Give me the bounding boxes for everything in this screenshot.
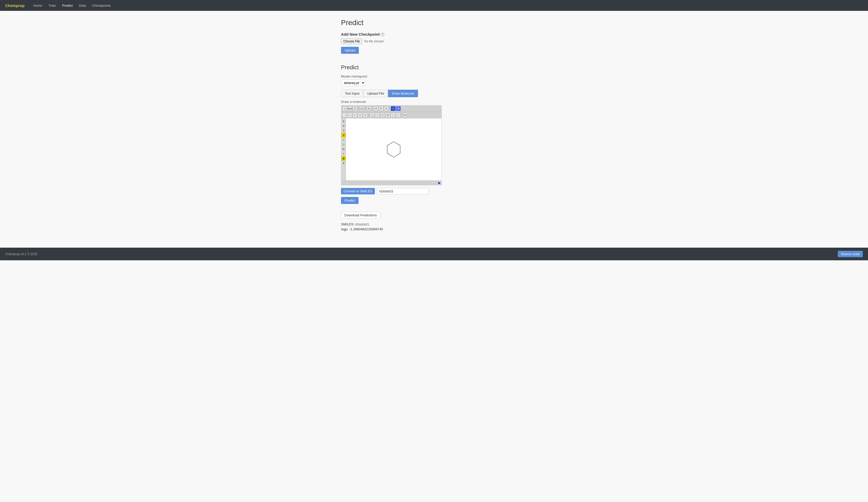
atom-cl[interactable]: Cl — [341, 142, 346, 147]
tb-undo[interactable]: ↺ — [373, 106, 378, 111]
upload-button[interactable]: Upload — [341, 47, 359, 54]
tb-r-group[interactable]: ▷R — [360, 106, 364, 111]
editor-toolbar-bottom: → — = ≡ ∿ △ □ ⬡ ◎ ○ ○ FG — [341, 112, 442, 118]
tb-fg[interactable]: FG — [403, 113, 407, 117]
atom-s[interactable]: S — [341, 133, 346, 138]
nav-home[interactable]: Home — [31, 2, 45, 9]
result-smiles: SMILES: c1ccccc1 — [341, 222, 527, 226]
draw-label: Draw a molecule — [341, 100, 527, 104]
atom-star[interactable]: ★ — [341, 156, 346, 161]
predict-section: Predict Model checkpoint delaney.pt Text… — [341, 64, 527, 231]
nav-predict[interactable]: Predict — [60, 2, 75, 9]
tab-upload-file[interactable]: Upload File — [363, 90, 388, 97]
editor-toolbar-top: ☺ NEW ✕ ▷R % ↺ ↻ ✕ i ▼ — [341, 106, 442, 112]
tb-circle1[interactable]: ○ — [391, 113, 395, 117]
editor-canvas-wrapper: C N O S F Cl Br I ★ X — [341, 118, 442, 180]
atom-c[interactable]: C — [341, 119, 346, 123]
tb-sep-5 — [369, 113, 369, 117]
tb-line[interactable]: — — [348, 113, 352, 117]
nav-train[interactable]: Train — [46, 2, 59, 9]
molecule-editor: ☺ NEW ✕ ▷R % ↺ ↻ ✕ i ▼ → — = ≡ — [341, 105, 442, 185]
tab-draw-molecule[interactable]: Draw Molecule — [388, 90, 418, 97]
result-logp: logp: -1.2680483125689745 — [341, 227, 527, 231]
tb-hexagon[interactable]: ⬡ — [380, 113, 385, 117]
nav-links: Home Train Predict Data Checkpoints — [31, 2, 113, 9]
tb-redo[interactable]: ↻ — [379, 106, 383, 111]
main-content: Predict Add New Checkpoint ? Choose File… — [336, 11, 532, 248]
tb-square[interactable]: □ — [375, 113, 380, 117]
tb-single-bond[interactable]: → — [342, 113, 347, 117]
tb-info[interactable]: i — [391, 106, 395, 111]
tb-new[interactable]: NEW — [348, 106, 352, 111]
editor-footer: ▶ — [341, 180, 442, 185]
tb-smiley[interactable]: ☺ — [342, 106, 347, 111]
predict-button[interactable]: Predict — [341, 197, 359, 204]
navbar: Chemprop Home Train Predict Data Checkpo… — [0, 0, 868, 11]
tb-double-bond[interactable]: = — [353, 113, 357, 117]
smiles-row: Convert to SMILES — [341, 188, 527, 194]
results-section: Download Predictions SMILES: c1ccccc1 lo… — [341, 212, 527, 231]
add-checkpoint-title: Add New Checkpoint ? — [341, 32, 527, 37]
help-icon: ? — [381, 33, 384, 37]
molecule-canvas[interactable] — [346, 118, 442, 180]
atom-br[interactable]: Br — [341, 147, 346, 151]
molecule-drawing — [383, 139, 404, 160]
choose-file-button[interactable]: Choose File — [341, 39, 362, 44]
tb-close[interactable]: ✕ — [353, 106, 357, 111]
tb-erase[interactable]: ✕ — [384, 106, 389, 111]
convert-to-smiles-button[interactable]: Convert to SMILES — [341, 188, 375, 194]
atom-i[interactable]: I — [341, 151, 346, 156]
tab-bar: Text Input Upload File Draw Molecule — [341, 90, 527, 97]
file-input-row: Choose File No file chosen — [341, 39, 527, 44]
model-checkpoint-select[interactable]: delaney.pt — [341, 80, 365, 86]
tb-arrow[interactable]: ▼ — [396, 106, 401, 111]
nav-checkpoints[interactable]: Checkpoints — [90, 2, 113, 9]
tb-wavy[interactable]: ∿ — [363, 113, 368, 117]
footer: Chemprop v0.1 © 2019 Source code — [0, 248, 868, 260]
model-checkpoint-label: Model checkpoint — [341, 74, 527, 78]
tb-sep-2 — [365, 107, 365, 110]
source-code-button[interactable]: Source code — [838, 251, 863, 257]
tb-circle2[interactable]: ○ — [396, 113, 400, 117]
brand-logo[interactable]: Chemprop — [5, 3, 24, 8]
file-status: No file chosen — [364, 40, 384, 43]
editor-expand-icon[interactable]: ▶ — [438, 181, 441, 184]
tb-percent[interactable]: % — [366, 106, 371, 111]
atom-n[interactable]: N — [341, 123, 346, 128]
atom-o[interactable]: O — [341, 128, 346, 133]
tb-ring-circle[interactable]: ◎ — [385, 113, 390, 117]
page-title: Predict — [341, 19, 527, 27]
download-predictions-button[interactable]: Download Predictions — [341, 212, 380, 219]
footer-copyright: Chemprop v0.1 © 2019 — [5, 252, 37, 256]
svg-marker-0 — [387, 142, 400, 157]
atom-x[interactable]: X — [341, 161, 346, 165]
nav-data[interactable]: Data — [76, 2, 88, 9]
tb-sep-1 — [358, 107, 359, 110]
tb-triangle[interactable]: △ — [370, 113, 375, 117]
tb-triple-bond[interactable]: ≡ — [358, 113, 362, 117]
tb-sep-3 — [372, 107, 373, 110]
atom-f[interactable]: F — [341, 138, 346, 142]
smiles-input[interactable] — [377, 188, 428, 194]
predict-section-title: Predict — [341, 64, 527, 71]
editor-sidebar: C N O S F Cl Br I ★ X — [341, 118, 346, 180]
tb-sep-4 — [390, 107, 390, 110]
tab-text-input[interactable]: Text Input — [341, 90, 363, 97]
